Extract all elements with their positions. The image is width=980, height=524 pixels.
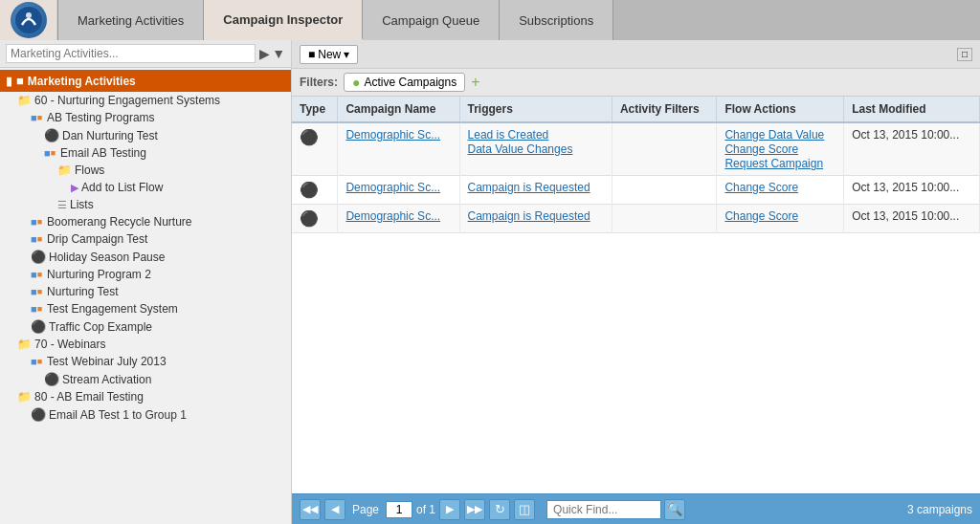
flow-actions-list: Change Score: [724, 209, 835, 223]
col-campaign-name: Campaign Name: [338, 97, 459, 122]
filter-add-button[interactable]: +: [471, 74, 479, 91]
campaign-name-link[interactable]: Demographic Sc...: [345, 181, 440, 194]
flow-action-link[interactable]: Change Score: [724, 181, 835, 194]
program-icon: ■: [31, 303, 37, 315]
logo-area: [0, 0, 57, 40]
tab-marketing-activities[interactable]: Marketing Activities: [57, 0, 204, 40]
sub-icon: ■: [37, 234, 42, 244]
tree-item-nurturing-test[interactable]: ■■Nurturing Test: [0, 283, 291, 300]
sidebar-search-bar: ▶ ▼: [0, 40, 291, 68]
tree-item-test-webinar[interactable]: ■■Test Webinar July 2013: [0, 353, 291, 370]
trigger-link[interactable]: Data Value Changes: [468, 142, 604, 156]
tree-item-drip[interactable]: ■■Drip Campaign Test: [0, 230, 291, 248]
trigger-link[interactable]: Campaign is Requested: [468, 181, 604, 194]
list-icon: ☰: [57, 199, 67, 211]
campaigns-count: 3 campaigns: [907, 503, 972, 516]
sub-icon: ■: [37, 287, 42, 296]
new-button[interactable]: ■ New ▾: [300, 45, 358, 64]
tree-item-label: Traffic Cop Example: [49, 320, 152, 334]
svg-point-1: [26, 12, 32, 18]
tree-item-label: Drip Campaign Test: [47, 232, 147, 246]
row-1-activity-filters: [612, 176, 717, 205]
row-0-flow-actions: Change Data ValueChange ScoreRequest Cam…: [717, 122, 844, 176]
tree-item-label: Flows: [75, 164, 104, 177]
flow-action-link[interactable]: Request Campaign: [724, 157, 835, 170]
sub-icon: ■: [37, 357, 42, 366]
tree-item-stream-act[interactable]: ⚫Stream Activation: [0, 370, 291, 388]
col-triggers: Triggers: [459, 97, 612, 122]
tree-item-ab-email[interactable]: 📁80 - AB Email Testing: [0, 388, 291, 405]
row-2-triggers: Campaign is Requested: [459, 205, 612, 233]
type-icon: ⚫: [300, 182, 319, 198]
tab-campaign-queue[interactable]: Campaign Queue: [363, 0, 500, 40]
sub-icon: ■: [37, 217, 42, 227]
sidebar-search-input[interactable]: [6, 44, 256, 63]
flow-action-link[interactable]: Change Data Value: [724, 128, 835, 142]
tree-item-traffic-cop[interactable]: ⚫Traffic Cop Example: [0, 317, 291, 336]
table-row: ⚫Demographic Sc...Campaign is RequestedC…: [292, 205, 980, 233]
filter-bar: Filters: ● Active Campaigns +: [292, 69, 980, 97]
tree-item-flows[interactable]: 📁Flows: [0, 162, 291, 179]
tree-item-dan-test[interactable]: ⚫Dan Nurturing Test: [0, 126, 291, 144]
tree-item-nurturing[interactable]: 📁60 - Nurturing Engagement Systems: [0, 92, 291, 109]
row-2-type: ⚫: [292, 205, 338, 233]
program-icon: ■: [31, 356, 37, 367]
campaign-icon: ⚫: [44, 128, 59, 142]
tab-subscriptions[interactable]: Subscriptions: [500, 0, 613, 40]
quick-find-input[interactable]: [546, 500, 661, 519]
folder-icon: 📁: [57, 164, 72, 177]
sub-icon: ■: [51, 148, 56, 158]
flow-icon: ▶: [71, 182, 78, 194]
tree-item-add-to-list[interactable]: ▶Add to List Flow: [0, 179, 291, 196]
page-prev-button[interactable]: ◀: [324, 499, 345, 520]
table-header-row: Type Campaign Name Triggers Activity Fil…: [292, 97, 980, 122]
tree-item-lists[interactable]: ☰Lists: [0, 196, 291, 213]
row-2-campaign-name[interactable]: Demographic Sc...: [338, 205, 459, 233]
triggers-list: Campaign is Requested: [468, 181, 604, 194]
page-last-button[interactable]: ▶▶: [464, 499, 485, 520]
sidebar-search-button[interactable]: ▶ ▼: [259, 46, 285, 61]
flow-action-link[interactable]: Change Score: [724, 209, 835, 223]
page-grid-button[interactable]: ◫: [514, 499, 535, 520]
sidebar: ▶ ▼ ▮ ■ Marketing Activities 📁60 - Nurtu…: [0, 40, 292, 524]
tree-item-nurturing2[interactable]: ■■Nurturing Program 2: [0, 266, 291, 283]
new-dropdown-icon: ▾: [344, 48, 349, 61]
row-0-campaign-name[interactable]: Demographic Sc...: [338, 122, 459, 176]
tree-item-boomerang[interactable]: ■■Boomerang Recycle Nurture: [0, 213, 291, 230]
tab-campaign-inspector[interactable]: Campaign Inspector: [204, 0, 363, 40]
filter-tag-active-campaigns[interactable]: ● Active Campaigns: [344, 73, 465, 92]
program-icon: ■: [31, 269, 37, 280]
campaign-name-link[interactable]: Demographic Sc...: [345, 209, 440, 223]
page-refresh-button[interactable]: ↻: [489, 499, 510, 520]
campaign-name-link[interactable]: Demographic Sc...: [345, 128, 440, 142]
tree-item-label: Email AB Testing: [60, 146, 146, 160]
tree-item-label: Nurturing Test: [47, 285, 118, 298]
col-last-modified: Last Modified: [844, 97, 980, 122]
quick-find-button[interactable]: 🔍: [664, 499, 685, 520]
sub-icon: ■: [37, 304, 42, 314]
tree-root-item[interactable]: ▮ ■ Marketing Activities: [0, 70, 291, 92]
tree-item-test-engagement[interactable]: ■■Test Engagement System: [0, 300, 291, 317]
trigger-link[interactable]: Lead is Created: [468, 128, 604, 142]
tree-root-collapse-icon: ▮: [6, 75, 12, 88]
tree-item-webinars[interactable]: 📁70 - Webinars: [0, 336, 291, 353]
page-first-button[interactable]: ◀◀: [300, 499, 321, 520]
tree-item-ab-testing[interactable]: ■■AB Testing Programs: [0, 109, 291, 126]
tree-item-email-ab-test[interactable]: ⚫Email AB Test 1 to Group 1: [0, 405, 291, 424]
tree-item-label: Stream Activation: [62, 373, 151, 386]
program-icon: ■: [31, 286, 37, 297]
tree-item-email-ab[interactable]: ■■Email AB Testing: [0, 144, 291, 162]
col-type: Type: [292, 97, 338, 122]
row-1-type: ⚫: [292, 176, 338, 205]
main-content: ■ New ▾ □ Filters: ● Active Campaigns + …: [292, 40, 980, 524]
table-row: ⚫Demographic Sc...Campaign is RequestedC…: [292, 176, 980, 205]
page-number-input[interactable]: [386, 501, 412, 518]
page-next-button[interactable]: ▶: [439, 499, 460, 520]
tree-item-holiday[interactable]: ⚫Holiday Season Pause: [0, 248, 291, 266]
row-1-campaign-name[interactable]: Demographic Sc...: [338, 176, 459, 205]
flow-action-link[interactable]: Change Score: [724, 142, 835, 156]
trigger-link[interactable]: Campaign is Requested: [468, 209, 604, 223]
table-row: ⚫Demographic Sc...Lead is CreatedData Va…: [292, 122, 980, 176]
tree-item-label: AB Testing Programs: [47, 111, 155, 124]
minimize-button[interactable]: □: [957, 48, 972, 61]
